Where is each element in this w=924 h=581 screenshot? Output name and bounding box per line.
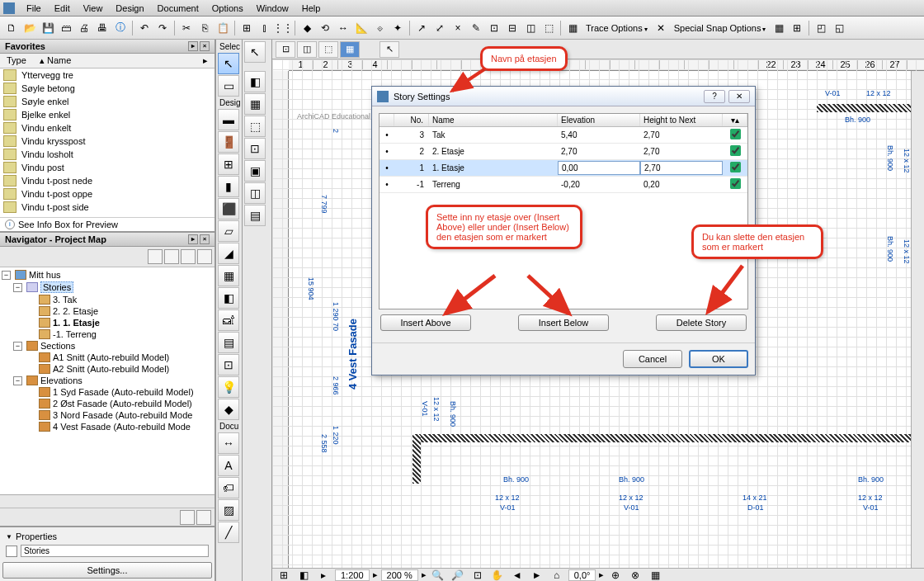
tool8-icon[interactable]: ⟐ — [371, 20, 388, 36]
tool2-icon[interactable]: ⫿ — [257, 20, 273, 36]
stair-tool-icon[interactable]: ▤ — [218, 332, 239, 353]
door-tool-icon[interactable]: 🚪 — [218, 131, 239, 153]
vertical-scrollbar[interactable] — [911, 71, 924, 568]
roof-tool-icon[interactable]: ◢ — [218, 243, 239, 264]
info3-icon[interactable]: ▦ — [244, 93, 266, 115]
tree-toggle[interactable]: − — [2, 271, 11, 280]
col-height[interactable]: Height to Next — [640, 114, 723, 126]
save-icon[interactable]: 💾 — [40, 20, 56, 36]
tree-root[interactable]: Mitt hus — [29, 270, 61, 280]
menu-edit[interactable]: Edit — [48, 2, 77, 15]
ctb4-icon[interactable]: ▦ — [340, 41, 360, 58]
sb-c-icon[interactable]: ▦ — [647, 567, 663, 582]
plot-icon[interactable]: 🖨 — [76, 20, 92, 36]
menu-document[interactable]: Document — [151, 2, 205, 15]
sb-zoom1-icon[interactable]: 🔍 — [430, 567, 446, 582]
show-checkbox[interactable] — [730, 162, 741, 172]
nav-layoutbook-icon[interactable] — [181, 249, 196, 264]
menu-options[interactable]: Options — [205, 2, 250, 15]
label-tool-icon[interactable]: 🏷 — [218, 477, 239, 498]
snap-options-dropdown[interactable]: Special Snap Options — [671, 23, 770, 33]
status-angle[interactable]: 0,0° — [568, 569, 596, 581]
beam-tool-icon[interactable]: ⬛ — [218, 198, 239, 220]
list-item[interactable]: Vindu t-post nede — [0, 174, 214, 187]
table-row[interactable]: • 1 1. Etasje 0,00 2,70 — [380, 160, 747, 177]
list-item[interactable]: Vindu post — [0, 161, 214, 174]
tree-toggle[interactable]: − — [13, 342, 22, 351]
sb-prev-icon[interactable]: ◄ — [509, 567, 526, 582]
grid-icon[interactable]: ▦ — [771, 20, 787, 36]
ctb1-icon[interactable]: ⊡ — [276, 41, 295, 58]
tool6-icon[interactable]: ↔ — [335, 20, 351, 36]
ctb3-icon[interactable]: ⬚ — [318, 41, 338, 58]
info7-icon[interactable]: ◫ — [244, 182, 266, 204]
cancel-button[interactable]: Cancel — [623, 350, 682, 368]
edit8-icon[interactable]: ⬚ — [540, 20, 557, 36]
tree-elevations[interactable]: Elevations — [40, 376, 82, 385]
tree-item[interactable]: 4 Vest Fasade (Auto-rebuild Mode — [53, 422, 191, 432]
new-icon[interactable]: 🗋 — [3, 20, 20, 36]
navigator-tree[interactable]: −Mitt hus −Stories 3. Tak 2. 2. Etasje 1… — [0, 267, 214, 494]
edit4-icon[interactable]: ✎ — [468, 20, 484, 36]
nav-viewmap-icon[interactable] — [164, 249, 179, 264]
menu-view[interactable]: View — [77, 2, 110, 15]
info2-icon[interactable]: ◧ — [244, 71, 266, 92]
edit2-icon[interactable]: ⤢ — [431, 20, 448, 36]
favorites-col-type[interactable]: Type — [3, 54, 36, 67]
tool3-icon[interactable]: ⋮⋮ — [275, 20, 291, 36]
tree-toggle[interactable]: − — [13, 283, 22, 292]
sb-a-icon[interactable]: ⊕ — [607, 567, 624, 582]
mesh-tool-icon[interactable]: ▦ — [218, 265, 239, 286]
tool5-icon[interactable]: ⟲ — [317, 20, 333, 36]
tree-stories[interactable]: Stories — [40, 281, 73, 293]
tree-item[interactable]: A1 Snitt (Auto-rebuild Model) — [53, 352, 169, 362]
arrow-tool-icon[interactable]: ↖ — [218, 53, 239, 74]
favorites-list[interactable]: Yttervegg tre Søyle betong Søyle enkel B… — [0, 68, 214, 217]
undo-icon[interactable]: ↶ — [136, 20, 153, 36]
list-item[interactable]: Bjelke enkel — [0, 108, 214, 121]
tool9-icon[interactable]: ✦ — [389, 20, 406, 36]
snap-icon[interactable]: ✕ — [653, 20, 669, 36]
col-name[interactable]: Name — [429, 114, 558, 126]
line-tool-icon[interactable]: ╱ — [218, 522, 239, 543]
zone-tool-icon[interactable]: ◧ — [218, 287, 239, 309]
tree-item[interactable]: 3 Nord Fasade (Auto-rebuild Mode — [53, 410, 192, 420]
status-scale[interactable]: 1:200 — [335, 569, 370, 581]
properties-title[interactable]: Properties — [16, 531, 57, 541]
show-checkbox[interactable] — [730, 129, 741, 139]
list-item[interactable]: Vindu t-post side — [0, 201, 214, 214]
sb-pan-icon[interactable]: ✋ — [489, 567, 506, 582]
copy-icon[interactable]: ⎘ — [196, 20, 213, 36]
ok-button[interactable]: OK — [689, 350, 748, 368]
edit7-icon[interactable]: ◫ — [522, 20, 539, 36]
tree-toggle[interactable]: − — [13, 376, 22, 385]
trace-icon[interactable]: ▦ — [564, 20, 581, 36]
list-item[interactable]: Søyle enkel — [0, 95, 214, 108]
ctb2-icon[interactable]: ◫ — [297, 41, 317, 58]
list-item[interactable]: Vindu enkelt — [0, 121, 214, 135]
menu-design[interactable]: Design — [109, 2, 150, 15]
open-icon[interactable]: 📂 — [21, 20, 38, 36]
nav-projectmap-icon[interactable] — [148, 249, 163, 264]
sb3-icon[interactable]: ▸ — [315, 567, 332, 582]
info6-icon[interactable]: ▣ — [244, 160, 266, 182]
edit3-icon[interactable]: × — [450, 20, 466, 36]
tree-item[interactable]: 3. Tak — [53, 295, 77, 305]
print-icon[interactable]: 🖶 — [94, 20, 111, 36]
list-item[interactable]: Yttervegg tre — [0, 68, 214, 82]
favorites-close-icon[interactable]: × — [200, 41, 210, 51]
info1-icon[interactable]: ↖ — [244, 41, 266, 63]
edit5-icon[interactable]: ⊡ — [486, 20, 502, 36]
sb-next-icon[interactable]: ► — [529, 567, 545, 582]
show-checkbox[interactable] — [730, 178, 741, 189]
col-elevation[interactable]: Elevation — [558, 114, 640, 126]
sb1-icon[interactable]: ⊞ — [276, 567, 292, 582]
favorites-menu-icon[interactable]: ▸ — [188, 41, 198, 51]
menu-help[interactable]: Help — [295, 2, 328, 15]
window-tool-icon[interactable]: ⊞ — [218, 154, 239, 175]
sb-zoom2-icon[interactable]: 🔎 — [450, 567, 466, 582]
table-row[interactable]: • -1 Terreng -0,20 0,20 — [380, 177, 747, 193]
menu-file[interactable]: File — [20, 2, 48, 15]
info-icon[interactable]: ⓘ — [112, 20, 129, 36]
settings-button[interactable]: Settings... — [2, 562, 212, 579]
